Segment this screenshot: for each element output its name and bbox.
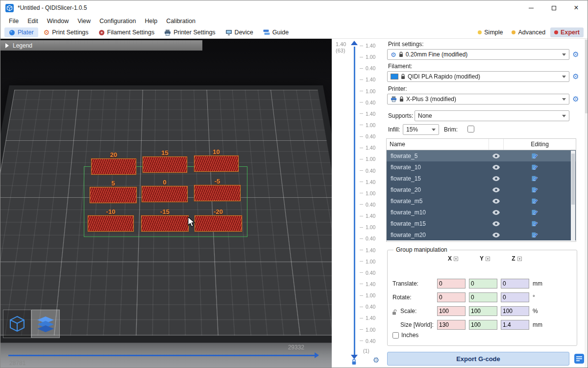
inches-toggle[interactable]: Inches <box>392 332 418 339</box>
visibility-eye-icon[interactable] <box>489 210 503 215</box>
close-button[interactable]: × <box>565 0 588 15</box>
rotate-x-field[interactable] <box>437 292 466 302</box>
visibility-eye-icon[interactable] <box>489 221 503 226</box>
layer-slider-upper-thumb[interactable] <box>351 41 358 45</box>
object-list-row[interactable]: flowrate_20 <box>387 184 576 195</box>
minimize-button[interactable] <box>520 0 542 15</box>
object-list-row[interactable]: flowrate_m20 <box>387 229 576 240</box>
edit-object-icon[interactable] <box>503 153 576 159</box>
object-list-row[interactable]: flowrate_m10 <box>387 207 576 218</box>
maximize-button[interactable] <box>542 0 565 15</box>
layer-slider-track[interactable] <box>354 47 355 355</box>
print-settings-combo[interactable]: ⚙ 0.20mm Fine (modified) <box>387 49 569 60</box>
model-object[interactable]: 15 <box>143 157 187 173</box>
inches-checkbox[interactable] <box>392 332 399 339</box>
object-list: Name Editing flowrate_5 flowrate_10 <box>386 138 576 242</box>
model-object[interactable]: -5 <box>194 185 241 201</box>
menu-window[interactable]: Window <box>43 16 73 26</box>
legend-bar[interactable]: Legend <box>0 40 202 51</box>
object-list-row[interactable]: flowrate_5 <box>387 150 576 161</box>
model-object[interactable]: -15 <box>141 215 189 232</box>
rotate-y-field[interactable] <box>469 292 497 302</box>
translate-x-field[interactable] <box>437 279 466 289</box>
brim-checkbox[interactable] <box>467 126 474 132</box>
object-list-row[interactable]: flowrate_m15 <box>387 218 576 229</box>
model-object[interactable]: 0 <box>142 186 188 202</box>
axis-x-icon[interactable] <box>454 257 458 261</box>
mode-advanced[interactable]: Advanced <box>508 27 549 37</box>
gcode-move-slider[interactable]: 29332 28781 <box>8 355 318 356</box>
tab-filament-settings[interactable]: Filament Settings <box>94 27 159 37</box>
menu-configuration[interactable]: Configuration <box>95 16 140 26</box>
menu-file[interactable]: File <box>4 16 23 26</box>
size-z-field[interactable] <box>501 320 529 330</box>
model-object[interactable]: -20 <box>195 215 242 232</box>
scale-y-field[interactable] <box>469 306 497 316</box>
scale-z-field[interactable] <box>501 306 529 316</box>
model-object[interactable]: 10 <box>194 156 239 172</box>
edit-object-icon[interactable] <box>503 198 576 204</box>
3d-viewport[interactable]: 20151050-5-10-15-20 Legend 29332 28781 <box>0 39 332 368</box>
scrollbar-thumb[interactable] <box>571 154 575 205</box>
editor-view-button[interactable] <box>3 310 31 338</box>
visibility-eye-icon[interactable] <box>489 154 503 158</box>
edit-object-icon[interactable] <box>503 164 576 170</box>
tab-guide[interactable]: Guide <box>259 27 293 37</box>
scale-x-field[interactable] <box>437 306 466 316</box>
menu-calibration[interactable]: Calibration <box>162 16 200 26</box>
export-gcode-button[interactable]: Export G-code <box>387 352 569 366</box>
edit-object-icon[interactable] <box>503 175 576 182</box>
axis-z-icon[interactable] <box>517 257 522 261</box>
menu-edit[interactable]: Edit <box>23 16 43 26</box>
menu-help[interactable]: Help <box>140 16 162 26</box>
size-unit: mm <box>533 321 542 328</box>
rotate-z-field[interactable] <box>501 292 529 302</box>
slider-lock-icon[interactable] <box>351 359 357 367</box>
object-list-scrollbar[interactable] <box>571 151 575 241</box>
panel-scrollbar[interactable] <box>585 39 588 368</box>
object-list-row[interactable]: flowrate_m5 <box>387 195 576 207</box>
slider-settings-gear-icon[interactable]: ⚙ <box>373 356 379 365</box>
translate-z-field[interactable] <box>501 279 529 289</box>
size-x-field[interactable] <box>437 320 466 330</box>
size-y-field[interactable] <box>469 320 497 330</box>
translate-y-field[interactable] <box>469 279 497 289</box>
supports-combo[interactable]: None <box>415 110 569 121</box>
edit-object-icon[interactable] <box>503 220 576 227</box>
visibility-eye-icon[interactable] <box>489 176 503 181</box>
name-column-header[interactable]: Name <box>387 139 489 150</box>
lock-icon <box>399 52 403 57</box>
model-object[interactable]: 5 <box>90 187 137 203</box>
mode-simple[interactable]: Simple <box>474 27 507 37</box>
visibility-eye-icon[interactable] <box>489 187 503 192</box>
uniform-scale-lock-icon[interactable] <box>392 309 397 317</box>
axis-y-icon[interactable] <box>486 257 490 261</box>
visibility-eye-icon[interactable] <box>489 165 503 170</box>
scrollbar-thumb[interactable] <box>585 40 588 113</box>
chevron-down-icon <box>562 53 566 56</box>
infill-combo[interactable]: 15% <box>403 124 439 135</box>
visibility-eye-icon[interactable] <box>489 199 503 204</box>
model-object[interactable]: -10 <box>88 215 134 232</box>
edit-printer-button[interactable]: ⚙ <box>571 95 580 104</box>
mode-expert[interactable]: Expert <box>550 27 584 37</box>
printer-combo[interactable]: X-Plus 3 (modified) <box>387 94 569 105</box>
edit-print-settings-button[interactable]: ⚙ <box>571 50 580 59</box>
tab-device[interactable]: Device <box>221 27 258 37</box>
edit-object-icon[interactable] <box>503 232 576 238</box>
filament-combo[interactable]: QIDI PLA Rapido (modified) <box>387 71 569 82</box>
editing-column-header[interactable]: Editing <box>503 139 576 150</box>
visibility-eye-icon[interactable] <box>489 233 503 237</box>
model-object[interactable]: 20 <box>91 158 136 175</box>
edit-filament-button[interactable]: ⚙ <box>571 72 580 81</box>
tab-printer-settings[interactable]: Printer Settings <box>160 27 220 37</box>
object-list-row[interactable]: flowrate_10 <box>387 161 576 173</box>
preview-view-button[interactable] <box>31 310 60 338</box>
send-to-device-icon[interactable] <box>574 353 585 364</box>
tab-print-settings[interactable]: ⚙ Print Settings <box>39 27 93 37</box>
object-list-row[interactable]: flowrate_15 <box>387 173 576 184</box>
edit-object-icon[interactable] <box>503 186 576 193</box>
tab-plater[interactable]: Plater <box>4 27 38 37</box>
edit-object-icon[interactable] <box>503 209 576 215</box>
menu-view[interactable]: View <box>73 16 95 26</box>
